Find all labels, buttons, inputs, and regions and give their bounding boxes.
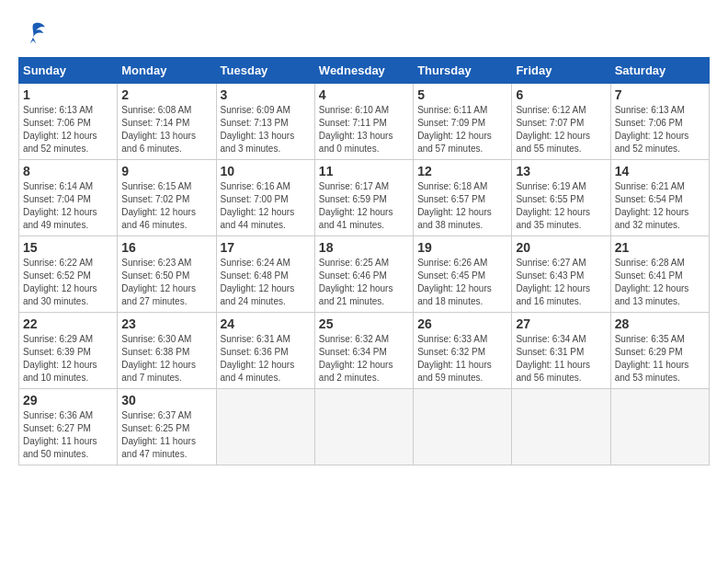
day-info: Sunrise: 6:31 AMSunset: 6:36 PMDaylight:… bbox=[221, 333, 311, 385]
day-info: Sunrise: 6:22 AMSunset: 6:52 PMDaylight:… bbox=[23, 257, 113, 308]
logo-icon bbox=[18, 18, 48, 48]
day-number: 6 bbox=[516, 87, 606, 102]
day-cell-18: 18 Sunrise: 6:25 AMSunset: 6:46 PMDaylig… bbox=[314, 236, 413, 313]
day-number: 10 bbox=[221, 164, 311, 178]
day-info: Sunrise: 6:30 AMSunset: 6:38 PMDaylight:… bbox=[121, 333, 211, 385]
day-cell-7: 7 Sunrise: 6:13 AMSunset: 7:06 PMDayligh… bbox=[610, 84, 709, 160]
day-number: 1 bbox=[23, 87, 113, 102]
day-cell-30: 30 Sunrise: 6:37 AMSunset: 6:25 PMDaylig… bbox=[118, 389, 216, 465]
weekday-header-wednesday: Wednesday bbox=[314, 58, 413, 84]
day-cell-25: 25 Sunrise: 6:32 AMSunset: 6:34 PMDaylig… bbox=[314, 313, 413, 389]
weekday-header-thursday: Thursday bbox=[414, 58, 512, 84]
day-cell-16: 16 Sunrise: 6:23 AMSunset: 6:50 PMDaylig… bbox=[118, 236, 216, 313]
day-cell-17: 17 Sunrise: 6:24 AMSunset: 6:48 PMDaylig… bbox=[216, 236, 314, 313]
day-number: 30 bbox=[121, 393, 211, 408]
calendar-row: 15 Sunrise: 6:22 AMSunset: 6:52 PMDaylig… bbox=[19, 236, 710, 313]
day-info: Sunrise: 6:27 AMSunset: 6:43 PMDaylight:… bbox=[516, 257, 606, 308]
calendar-row: 8 Sunrise: 6:14 AMSunset: 7:04 PMDayligh… bbox=[19, 160, 710, 236]
empty-cell bbox=[414, 389, 512, 465]
empty-cell bbox=[314, 389, 413, 465]
day-cell-15: 15 Sunrise: 6:22 AMSunset: 6:52 PMDaylig… bbox=[19, 236, 118, 313]
weekday-header-tuesday: Tuesday bbox=[216, 58, 314, 84]
day-number: 7 bbox=[615, 87, 705, 102]
day-info: Sunrise: 6:21 AMSunset: 6:54 PMDaylight:… bbox=[615, 180, 705, 232]
day-cell-28: 28 Sunrise: 6:35 AMSunset: 6:29 PMDaylig… bbox=[610, 313, 709, 389]
day-number: 29 bbox=[23, 393, 113, 408]
day-number: 4 bbox=[319, 87, 409, 102]
day-cell-29: 29 Sunrise: 6:36 AMSunset: 6:27 PMDaylig… bbox=[19, 389, 118, 465]
day-info: Sunrise: 6:23 AMSunset: 6:50 PMDaylight:… bbox=[121, 257, 211, 308]
calendar-row: 1 Sunrise: 6:13 AMSunset: 7:06 PMDayligh… bbox=[19, 84, 710, 160]
day-number: 11 bbox=[319, 164, 409, 178]
day-cell-6: 6 Sunrise: 6:12 AMSunset: 7:07 PMDayligh… bbox=[512, 84, 610, 160]
day-info: Sunrise: 6:12 AMSunset: 7:07 PMDaylight:… bbox=[516, 104, 606, 155]
day-number: 21 bbox=[615, 240, 705, 255]
day-info: Sunrise: 6:34 AMSunset: 6:31 PMDaylight:… bbox=[516, 333, 606, 385]
calendar-row: 22 Sunrise: 6:29 AMSunset: 6:39 PMDaylig… bbox=[19, 313, 710, 389]
day-number: 20 bbox=[516, 240, 606, 255]
day-info: Sunrise: 6:08 AMSunset: 7:14 PMDaylight:… bbox=[121, 104, 211, 155]
day-info: Sunrise: 6:25 AMSunset: 6:46 PMDaylight:… bbox=[319, 257, 409, 308]
day-cell-1: 1 Sunrise: 6:13 AMSunset: 7:06 PMDayligh… bbox=[19, 84, 118, 160]
day-info: Sunrise: 6:14 AMSunset: 7:04 PMDaylight:… bbox=[23, 180, 113, 232]
empty-cell bbox=[216, 389, 314, 465]
weekday-header-monday: Monday bbox=[118, 58, 216, 84]
day-info: Sunrise: 6:17 AMSunset: 6:59 PMDaylight:… bbox=[319, 180, 409, 232]
weekday-header-friday: Friday bbox=[512, 58, 610, 84]
day-cell-19: 19 Sunrise: 6:26 AMSunset: 6:45 PMDaylig… bbox=[414, 236, 512, 313]
day-info: Sunrise: 6:15 AMSunset: 7:02 PMDaylight:… bbox=[121, 180, 211, 232]
day-number: 14 bbox=[615, 164, 705, 178]
day-number: 16 bbox=[121, 240, 211, 255]
day-info: Sunrise: 6:28 AMSunset: 6:41 PMDaylight:… bbox=[615, 257, 705, 308]
day-cell-14: 14 Sunrise: 6:21 AMSunset: 6:54 PMDaylig… bbox=[610, 160, 709, 236]
day-info: Sunrise: 6:13 AMSunset: 7:06 PMDaylight:… bbox=[615, 104, 705, 155]
calendar-row: 29 Sunrise: 6:36 AMSunset: 6:27 PMDaylig… bbox=[19, 389, 710, 465]
day-number: 23 bbox=[121, 316, 211, 331]
day-info: Sunrise: 6:35 AMSunset: 6:29 PMDaylight:… bbox=[615, 333, 705, 385]
day-cell-24: 24 Sunrise: 6:31 AMSunset: 6:36 PMDaylig… bbox=[216, 313, 314, 389]
day-number: 25 bbox=[319, 316, 409, 331]
calendar-header-row: SundayMondayTuesdayWednesdayThursdayFrid… bbox=[19, 58, 710, 84]
day-cell-8: 8 Sunrise: 6:14 AMSunset: 7:04 PMDayligh… bbox=[19, 160, 118, 236]
day-number: 13 bbox=[516, 164, 606, 178]
day-number: 5 bbox=[417, 87, 507, 102]
day-info: Sunrise: 6:10 AMSunset: 7:11 PMDaylight:… bbox=[319, 104, 409, 155]
weekday-header-saturday: Saturday bbox=[610, 58, 709, 84]
day-number: 8 bbox=[23, 164, 113, 178]
day-info: Sunrise: 6:16 AMSunset: 7:00 PMDaylight:… bbox=[221, 180, 311, 232]
day-number: 15 bbox=[23, 240, 113, 255]
day-cell-3: 3 Sunrise: 6:09 AMSunset: 7:13 PMDayligh… bbox=[216, 84, 314, 160]
day-number: 24 bbox=[221, 316, 311, 331]
day-info: Sunrise: 6:26 AMSunset: 6:45 PMDaylight:… bbox=[417, 257, 507, 308]
day-info: Sunrise: 6:13 AMSunset: 7:06 PMDaylight:… bbox=[23, 104, 113, 155]
day-number: 28 bbox=[615, 316, 705, 331]
day-info: Sunrise: 6:29 AMSunset: 6:39 PMDaylight:… bbox=[23, 333, 113, 385]
day-info: Sunrise: 6:18 AMSunset: 6:57 PMDaylight:… bbox=[417, 180, 507, 232]
logo bbox=[18, 18, 51, 48]
day-cell-22: 22 Sunrise: 6:29 AMSunset: 6:39 PMDaylig… bbox=[19, 313, 118, 389]
day-number: 2 bbox=[121, 87, 211, 102]
day-cell-20: 20 Sunrise: 6:27 AMSunset: 6:43 PMDaylig… bbox=[512, 236, 610, 313]
day-cell-27: 27 Sunrise: 6:34 AMSunset: 6:31 PMDaylig… bbox=[512, 313, 610, 389]
day-info: Sunrise: 6:33 AMSunset: 6:32 PMDaylight:… bbox=[417, 333, 507, 385]
day-cell-9: 9 Sunrise: 6:15 AMSunset: 7:02 PMDayligh… bbox=[118, 160, 216, 236]
day-info: Sunrise: 6:36 AMSunset: 6:27 PMDaylight:… bbox=[23, 409, 113, 461]
day-number: 26 bbox=[417, 316, 507, 331]
day-cell-12: 12 Sunrise: 6:18 AMSunset: 6:57 PMDaylig… bbox=[414, 160, 512, 236]
day-cell-10: 10 Sunrise: 6:16 AMSunset: 7:00 PMDaylig… bbox=[216, 160, 314, 236]
weekday-header-sunday: Sunday bbox=[19, 58, 118, 84]
day-cell-23: 23 Sunrise: 6:30 AMSunset: 6:38 PMDaylig… bbox=[118, 313, 216, 389]
calendar-table: SundayMondayTuesdayWednesdayThursdayFrid… bbox=[18, 57, 710, 465]
day-info: Sunrise: 6:09 AMSunset: 7:13 PMDaylight:… bbox=[221, 104, 311, 155]
day-number: 12 bbox=[417, 164, 507, 178]
day-cell-5: 5 Sunrise: 6:11 AMSunset: 7:09 PMDayligh… bbox=[414, 84, 512, 160]
day-info: Sunrise: 6:24 AMSunset: 6:48 PMDaylight:… bbox=[221, 257, 311, 308]
day-cell-13: 13 Sunrise: 6:19 AMSunset: 6:55 PMDaylig… bbox=[512, 160, 610, 236]
day-info: Sunrise: 6:19 AMSunset: 6:55 PMDaylight:… bbox=[516, 180, 606, 232]
day-info: Sunrise: 6:37 AMSunset: 6:25 PMDaylight:… bbox=[121, 409, 211, 461]
day-number: 9 bbox=[121, 164, 211, 178]
day-cell-2: 2 Sunrise: 6:08 AMSunset: 7:14 PMDayligh… bbox=[118, 84, 216, 160]
empty-cell bbox=[512, 389, 610, 465]
day-info: Sunrise: 6:11 AMSunset: 7:09 PMDaylight:… bbox=[417, 104, 507, 155]
empty-cell bbox=[610, 389, 709, 465]
